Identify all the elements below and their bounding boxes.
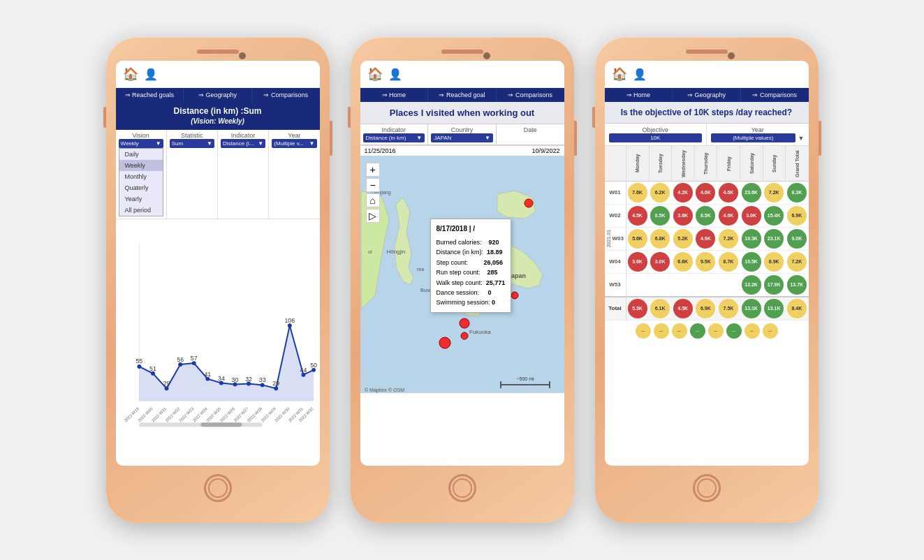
svg-rect-46 — [200, 422, 242, 427]
zoom-out-button[interactable]: − — [366, 178, 380, 192]
cell-w02-tue: 8.5K — [649, 204, 672, 227]
tab-reached-goal-2[interactable]: ⇒ Reached goal — [428, 88, 497, 102]
expand-button[interactable]: ▷ — [366, 209, 380, 223]
table-row-w01: W01 7.6K 6.2K 4.2K 4.6K 4.6K 23.6K 7.2K … — [605, 181, 809, 204]
th-empty — [605, 146, 626, 181]
cell-w02-sat: 3.0K — [740, 204, 763, 227]
badge-w02-tue: 8.5K — [650, 206, 670, 226]
year-cell: Year (Multiple values) ▼ — [707, 124, 809, 145]
badge-w03-tue: 6.8K — [650, 229, 670, 249]
badge-w02-fri: 4.6K — [719, 206, 738, 226]
vision-select[interactable]: Weekly ▼ — [119, 139, 163, 148]
user-icon-2[interactable]: 👤 — [388, 68, 402, 81]
cell-total-wed: 4.5K — [672, 297, 695, 320]
tab-geography-1[interactable]: ⇒ Geography — [184, 88, 252, 102]
tab-reached-goals[interactable]: ⇒ Reached goals — [116, 88, 184, 102]
side-button-right-2 — [574, 121, 577, 156]
map-date-range: 11/25/2016 10/9/2022 — [360, 145, 564, 156]
map-indicator-select[interactable]: Distance (in km) ▼ — [363, 133, 425, 142]
tab-comparisons-2[interactable]: ⇒ Comparisons — [497, 88, 564, 102]
cell-total-thu: 6.9K — [694, 297, 717, 320]
cell-w01-mon: 7.6K — [626, 181, 649, 204]
menu-yearly[interactable]: Yearly — [119, 193, 163, 205]
tab-geography-3[interactable]: ⇒ Geography — [673, 88, 741, 102]
menu-daily[interactable]: Daily — [119, 149, 163, 160]
phone-2: 🏠 👤 ⇒ Home ⇒ Reached goal ⇒ Comparisons … — [351, 37, 574, 523]
svg-text:106: 106 — [284, 317, 295, 324]
badge-w04-wed: 6.6K — [673, 252, 693, 272]
cell-w02-mon: 4.5K — [626, 204, 649, 227]
home-button-1[interactable] — [204, 474, 232, 502]
objective-row: Objective 10K Year (Multiple values) ▼ — [605, 124, 809, 146]
map-container[interactable]: Hŏngjin rea Busan Fukuoka Japan Danjiang… — [360, 156, 564, 393]
year-select[interactable]: (Multiple v... ▼ — [272, 139, 316, 148]
user-icon-1[interactable]: 👤 — [144, 68, 158, 81]
tab-comparisons-1[interactable]: ⇒ Comparisons — [252, 88, 320, 102]
badge-w04-fri: 8.7K — [719, 252, 738, 272]
screen-3: 🏠 👤 ⇒ Home ⇒ Geography ⇒ Comparisons Is … — [605, 61, 809, 466]
tooltip-dance: Dance session: 0 — [437, 288, 506, 297]
table-row-w53: W53 12.2K 17.9K 13.7K — [605, 273, 809, 297]
th-wednesday: Wednesday — [672, 146, 695, 181]
indicator-select[interactable]: Distance (i... ▼ — [221, 139, 265, 148]
tab-comparisons-3[interactable]: ⇒ Comparisons — [741, 88, 809, 102]
menu-weekly[interactable]: Weekly — [119, 160, 163, 171]
zoom-in-button[interactable]: + — [366, 163, 380, 177]
screen-title-1: Distance (in km) :Sum (Vision: Weekly) — [116, 102, 320, 130]
svg-text:~500 mi: ~500 mi — [516, 376, 534, 381]
cell-w04-wed: 6.6K — [672, 250, 695, 273]
user-icon-3[interactable]: 👤 — [633, 68, 647, 81]
cell-total-sat: 13.1K — [740, 297, 763, 320]
cell-w04-sat: 10.5K — [740, 250, 763, 273]
nav-tabs-3: ⇒ Home ⇒ Geography ⇒ Comparisons — [605, 88, 809, 102]
home-icon-1[interactable]: 🏠 — [123, 66, 138, 82]
th-sunday: Sunday — [763, 146, 786, 181]
objective-value[interactable]: 10K — [609, 133, 703, 142]
badge-w53-sat: 12.2K — [742, 275, 761, 295]
cell-w01-sat: 23.6K — [740, 181, 763, 204]
th-tuesday: Tuesday — [649, 146, 672, 181]
cell-w03-sun: 23.1K — [763, 227, 786, 250]
badge-w02-sun: 15.4K — [764, 206, 784, 226]
home-button-inner-2 — [453, 478, 472, 498]
screen-1: 🏠 👤 ⇒ Reached goals ⇒ Geography ⇒ Compar… — [116, 61, 320, 466]
svg-point-64 — [511, 292, 518, 299]
map-ind-arrow: ▼ — [416, 135, 422, 141]
badge-w53-sun: 17.9K — [764, 275, 784, 295]
statistic-select[interactable]: Sum ▼ — [170, 139, 214, 148]
badge-total-fri: 7.5K — [719, 299, 738, 318]
indicator-filter: Indicator Distance (i... ▼ — [218, 130, 269, 219]
cell-w03-fri: 7.2K — [717, 227, 740, 250]
side-button-right-3 — [819, 121, 821, 156]
preview-dot-4: ··· — [690, 323, 705, 339]
badge-w53-total: 13.7K — [787, 275, 807, 295]
date-end: 10/9/2022 — [531, 147, 559, 154]
map-tooltip: 8/17/2018 | / Burned calories: 920 Dista… — [430, 219, 512, 313]
tooltip-distance: Distance (in km): 18.89 — [437, 247, 506, 257]
menu-quaterly[interactable]: Quaterly — [119, 182, 163, 193]
menu-allperiod[interactable]: All period — [119, 205, 163, 216]
locate-button[interactable]: ⌂ — [366, 193, 380, 207]
phone-1: 🏠 👤 ⇒ Reached goals ⇒ Geography ⇒ Compar… — [106, 37, 330, 523]
menu-monthly[interactable]: Monthly — [119, 171, 163, 182]
map-country-select[interactable]: JAPAN ▼ — [431, 133, 493, 142]
year-filter-value[interactable]: (Multiple values) — [711, 133, 795, 142]
home-button-3[interactable] — [693, 474, 721, 502]
home-icon-2[interactable]: 🏠 — [367, 66, 383, 82]
vision-filter: Vision Weekly ▼ Daily Weekly Monthly Qua… — [116, 130, 167, 219]
badge-w03-sat: 10.3K — [742, 229, 761, 249]
nav-tabs-2: ⇒ Home ⇒ Reached goal ⇒ Comparisons — [360, 88, 564, 102]
tab-home-3[interactable]: ⇒ Home — [605, 88, 673, 102]
tab-home-2[interactable]: ⇒ Home — [360, 88, 429, 102]
table-row-total: Total 5.3K 6.1K 4.5K 6.9K 7.5K 13.1K 13.… — [605, 297, 809, 320]
speaker-1 — [197, 50, 239, 54]
cell-w02-total: 6.9K — [786, 204, 809, 227]
home-icon-3[interactable]: 🏠 — [612, 66, 627, 82]
badge-w53-wed — [673, 275, 693, 295]
cell-w03-wed: 5.2K — [672, 227, 695, 250]
side-button-right-1 — [330, 121, 332, 156]
home-button-2[interactable] — [448, 474, 476, 502]
side-button-left-1 — [103, 107, 106, 128]
svg-point-3 — [137, 364, 141, 369]
table-row-w02: W02 4.5K 8.5K 3.8K 8.5K 4.6K 3.0K 15.4K … — [605, 204, 809, 227]
